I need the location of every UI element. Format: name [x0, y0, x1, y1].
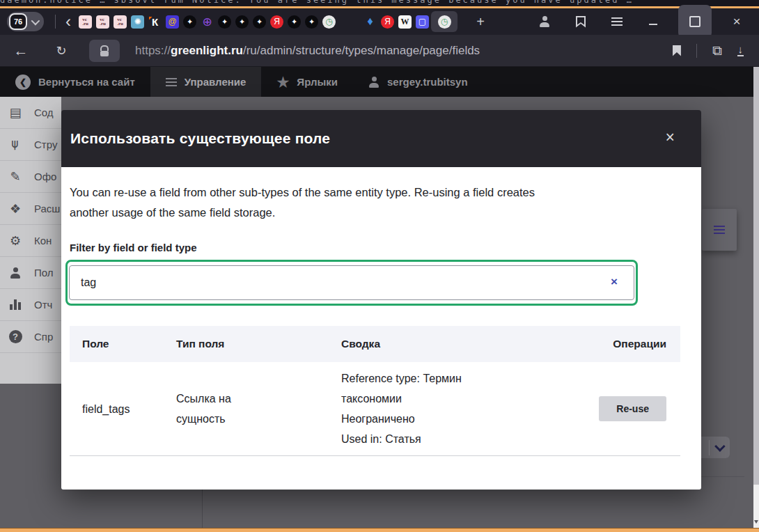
- tab-star-4[interactable]: ✦: [251, 11, 268, 32]
- bookmark-icon[interactable]: [673, 45, 681, 56]
- sidebar-item-content[interactable]: ▤Сод: [0, 97, 61, 129]
- tab-globe[interactable]: ⊕: [198, 11, 216, 32]
- tab-star-3[interactable]: ✦: [233, 11, 251, 32]
- tab-star-1[interactable]: ✦: [181, 11, 198, 32]
- tab-drop[interactable]: ♦: [361, 11, 379, 32]
- filter-label: Filter by field or field type: [70, 242, 701, 253]
- clock-favicon: ◷: [322, 15, 336, 29]
- bookmarks-sidebar-icon[interactable]: [570, 10, 592, 33]
- sidebar-item-appearance[interactable]: ✎Офо: [0, 161, 61, 193]
- browser-tab-bar: 76 ‹ vc .ruvc .ruvc .ru✺К@✦⊕✦✦✦Я✦✦◷♦ЯW▢◷…: [0, 8, 759, 35]
- tab-clock[interactable]: ◷: [320, 11, 338, 32]
- collections-icon[interactable]: ⧉: [712, 43, 722, 58]
- filter-field-wrapper: ×: [65, 260, 638, 306]
- sidebar-item-help[interactable]: ?Спр: [0, 321, 61, 353]
- back-button[interactable]: ←: [8, 38, 33, 63]
- sidebar-item-extend[interactable]: ❖Расш: [0, 193, 61, 225]
- tab-mailru[interactable]: @: [164, 11, 181, 32]
- admin-toolbar-label: sergey.trubitsyn: [387, 76, 468, 88]
- maximize-button[interactable]: [678, 5, 712, 38]
- download-icon[interactable]: ↓: [737, 45, 744, 56]
- tab-yandex-1[interactable]: Я: [268, 11, 285, 32]
- tab-vcru-3[interactable]: vc .ru: [111, 11, 129, 32]
- chevron-down-icon[interactable]: [715, 441, 723, 454]
- field-name-cell: field_tags: [70, 399, 176, 419]
- admin-toolbar-item-3[interactable]: ★Ярлыки: [261, 67, 353, 97]
- fields-table: ПолеТип поляСводкаОперации field_tagsСсы…: [70, 326, 680, 456]
- table-row: field_tagsСсылка насущностьReference typ…: [70, 362, 680, 456]
- close-window-button[interactable]: ×: [726, 10, 748, 33]
- star-5-favicon: ✦: [288, 15, 301, 29]
- star-icon: ★: [276, 74, 289, 91]
- yandex-1-favicon: Я: [270, 15, 283, 29]
- people-icon: [7, 265, 24, 281]
- clear-filter-icon[interactable]: ×: [611, 276, 618, 288]
- field-summary-cell: Reference type: ТерминтаксономииНеограни…: [341, 368, 512, 449]
- vcru-3-favicon: vc .ru: [114, 15, 127, 29]
- user-icon: [368, 77, 380, 88]
- scroll-tabs-left-icon[interactable]: ‹: [65, 13, 71, 30]
- account-icon[interactable]: [533, 10, 556, 33]
- terminal-clipped-text: daemon:notice … sbsovl rum Notice: You a…: [0, 0, 759, 5]
- tab-vcru-1[interactable]: vc .ru: [77, 11, 94, 32]
- scrollbar-thumb[interactable]: [753, 67, 759, 485]
- help-icon: ?: [7, 329, 24, 345]
- menu-icon[interactable]: [606, 10, 628, 33]
- divider: [701, 476, 744, 477]
- admin-toolbar-item-2[interactable]: Управление: [150, 67, 262, 97]
- scrollbar-down-arrow[interactable]: [754, 520, 758, 524]
- tab-greenlight-active[interactable]: ◷: [431, 11, 457, 32]
- table-header-3: Сводка: [341, 338, 512, 350]
- sidebar-item-label: Спр: [34, 331, 53, 343]
- star-1-favicon: ✦: [183, 15, 196, 29]
- sidebar-item-reports[interactable]: Отч: [0, 289, 61, 321]
- tab-count-badge: 76: [9, 13, 27, 30]
- divider: [202, 490, 203, 528]
- divider: [696, 44, 697, 58]
- table-header-4: Операции: [512, 338, 680, 350]
- sidebar-item-people[interactable]: Пол: [0, 257, 61, 289]
- new-tab-button[interactable]: +: [470, 11, 491, 32]
- chevron-down-icon[interactable]: [31, 16, 40, 25]
- tab-vcru-2[interactable]: vc .ru: [94, 11, 111, 32]
- vcru-1-favicon: vc .ru: [79, 15, 92, 29]
- yandex-2-favicon: Я: [381, 15, 394, 29]
- tab-chat[interactable]: ▢: [414, 11, 431, 32]
- kinopoisk-favicon: К: [148, 15, 162, 29]
- greenlight-active-favicon: ◷: [438, 15, 451, 29]
- drop-favicon: ♦: [363, 15, 377, 29]
- lock-icon[interactable]: [89, 40, 120, 62]
- sidebar-item-label: Стру: [34, 139, 57, 150]
- operations-cell: Re-use: [512, 396, 680, 421]
- tab-star-2[interactable]: ✦: [216, 11, 233, 32]
- tab-star-5[interactable]: ✦: [285, 11, 303, 32]
- admin-toolbar-item-1[interactable]: ❮Вернуться на сайт: [0, 67, 150, 97]
- wikipedia-favicon: W: [398, 15, 412, 29]
- admin-toolbar-item-4[interactable]: sergey.trubitsyn: [353, 67, 483, 97]
- close-icon[interactable]: ×: [666, 130, 675, 146]
- filter-input[interactable]: [69, 265, 634, 300]
- divider: [55, 15, 56, 29]
- tab-kinopoisk[interactable]: К: [146, 11, 164, 32]
- star-2-favicon: ✦: [218, 15, 231, 29]
- drupal-admin-toolbar: ❮Вернуться на сайтУправление★Ярлыкиserge…: [0, 67, 753, 97]
- table-header-row: ПолеТип поляСводкаОперации: [70, 326, 680, 362]
- tab-counter[interactable]: 76: [7, 12, 44, 31]
- admin-toolbar-label: Управление: [185, 76, 247, 88]
- minimize-button[interactable]: [642, 10, 664, 33]
- dimmed-hamburger-card[interactable]: [702, 209, 737, 251]
- tab-splash[interactable]: ✺: [129, 11, 146, 32]
- tab-yandex-2[interactable]: Я: [379, 11, 396, 32]
- tab-star-6[interactable]: ✦: [303, 11, 320, 32]
- reload-button[interactable]: ↻: [49, 38, 74, 63]
- reuse-button[interactable]: Re-use: [599, 396, 666, 421]
- reuse-field-modal: Использовать существующее поле × You can…: [61, 110, 701, 490]
- screen: daemon:notice … sbsovl rum Notice: You a…: [0, 0, 759, 532]
- scrollbar[interactable]: [753, 67, 759, 528]
- table-rows: field_tagsСсылка насущностьReference typ…: [70, 362, 680, 456]
- sidebar-item-configuration[interactable]: ⚙Кон: [0, 225, 61, 257]
- url-scheme: https://: [135, 44, 171, 57]
- sidebar-item-structure[interactable]: ⋔Стру: [0, 129, 61, 161]
- url-bar[interactable]: https://greenlight.ru/ru/admin/structure…: [135, 44, 480, 58]
- tab-wikipedia[interactable]: W: [396, 11, 414, 32]
